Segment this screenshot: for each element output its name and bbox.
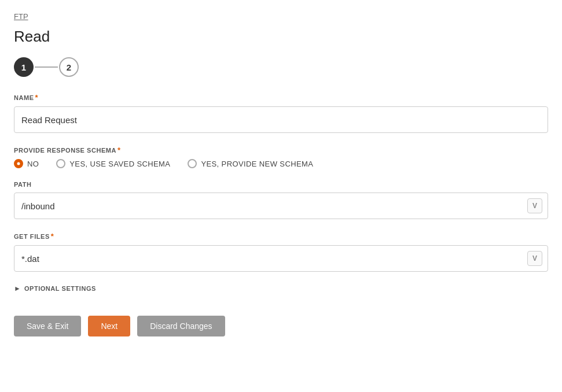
get-files-var-icon[interactable]: V [527,251,542,266]
discard-changes-button[interactable]: Discard Changes [137,316,225,336]
get-files-input-wrapper: V [14,245,548,272]
step-2[interactable]: 2 [59,57,79,77]
response-schema-label: PROVIDE RESPONSE SCHEMA* [14,146,548,154]
next-button[interactable]: Next [88,316,130,336]
path-input-wrapper: V [14,193,548,219]
response-schema-required: * [117,146,121,154]
response-schema-field-group: PROVIDE RESPONSE SCHEMA* NO YES, USE SAV… [14,146,548,168]
radio-no-label: NO [27,160,39,168]
path-var-icon[interactable]: V [527,198,542,213]
name-label: NAME* [14,93,548,102]
radio-yes-new-label: YES, PROVIDE NEW SCHEMA [201,160,313,168]
name-field-group: NAME* [14,93,548,133]
get-files-input[interactable] [14,245,548,272]
get-files-field-group: GET FILES* V [14,232,548,272]
radio-yes-saved[interactable]: YES, USE SAVED SCHEMA [56,159,170,168]
page-title: Read [14,28,548,46]
step-connector [35,66,58,68]
response-schema-radio-group: NO YES, USE SAVED SCHEMA YES, PROVIDE NE… [14,159,548,168]
radio-yes-saved-label: YES, USE SAVED SCHEMA [69,160,170,168]
radio-yes-new-input[interactable] [188,159,197,168]
name-input[interactable] [14,106,548,133]
step-1[interactable]: 1 [14,57,34,77]
path-label: PATH [14,181,548,188]
name-required: * [35,93,39,102]
radio-no[interactable]: NO [14,159,39,168]
path-input[interactable] [14,193,548,219]
radio-no-input[interactable] [14,159,23,168]
save-exit-button[interactable]: Save & Exit [14,316,81,336]
path-field-group: PATH V [14,181,548,219]
get-files-label: GET FILES* [14,232,548,241]
get-files-required: * [51,232,54,241]
optional-settings-label: OPTIONAL SETTINGS [24,285,96,292]
stepper: 1 2 [14,57,548,77]
optional-settings-toggle[interactable]: ► OPTIONAL SETTINGS [14,284,548,293]
breadcrumb[interactable]: FTP [14,12,28,21]
radio-yes-saved-input[interactable] [56,159,65,168]
footer-buttons: Save & Exit Next Discard Changes [14,310,548,336]
radio-yes-new[interactable]: YES, PROVIDE NEW SCHEMA [188,159,313,168]
chevron-right-icon: ► [14,284,21,293]
